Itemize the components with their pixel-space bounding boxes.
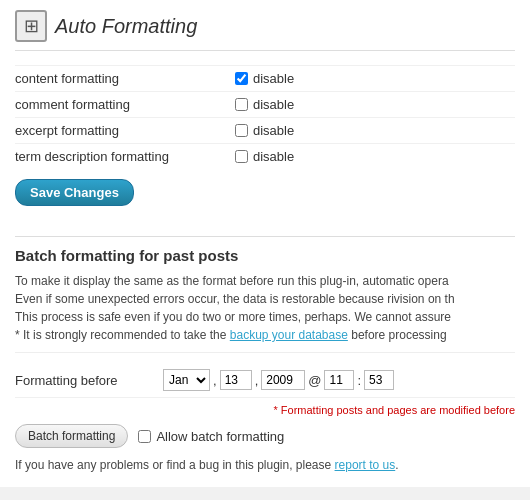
- formatting-before-row: Formatting before JanFebMarApr MayJunJul…: [15, 363, 515, 398]
- batch-desc-line2: Even if some unexpected errors occur, th…: [15, 292, 455, 306]
- footer-text: If you have any problems or find a bug i…: [15, 458, 331, 472]
- formatting-note: * Formatting posts and pages are modifie…: [15, 404, 515, 416]
- date-inputs: JanFebMarApr MayJunJulAug SepOctNovDec ,…: [163, 369, 394, 391]
- at-label: @: [308, 373, 321, 388]
- term-description-formatting-label: term description formatting: [15, 149, 235, 164]
- title-icon: ⊞: [15, 10, 47, 42]
- save-changes-button[interactable]: Save Changes: [15, 179, 134, 206]
- comment-formatting-row: comment formatting disable: [15, 91, 515, 117]
- batch-desc-end: before processing: [351, 328, 446, 342]
- formatting-before-label: Formatting before: [15, 373, 155, 388]
- footer-period: .: [395, 458, 398, 472]
- colon-separator: :: [357, 373, 361, 388]
- allow-batch-label[interactable]: Allow batch formatting: [138, 429, 284, 444]
- comment-formatting-control: disable: [235, 97, 294, 112]
- comment-formatting-label: comment formatting: [15, 97, 235, 112]
- section-divider: [15, 236, 515, 237]
- year-separator: ,: [255, 373, 259, 388]
- excerpt-formatting-checkbox[interactable]: [235, 124, 248, 137]
- term-description-formatting-row: term description formatting disable: [15, 143, 515, 169]
- allow-batch-checkbox[interactable]: [138, 430, 151, 443]
- year-input[interactable]: [261, 370, 305, 390]
- main-container: ⊞ Auto Formatting content formatting dis…: [0, 0, 530, 487]
- batch-actions: Batch formatting Allow batch formatting: [15, 424, 515, 448]
- backup-database-link[interactable]: backup your database: [230, 328, 348, 342]
- batch-formatting-button[interactable]: Batch formatting: [15, 424, 128, 448]
- batch-section: Batch formatting for past posts To make …: [15, 247, 515, 472]
- excerpt-formatting-row: excerpt formatting disable: [15, 117, 515, 143]
- formatting-options: content formatting disable comment forma…: [15, 65, 515, 169]
- save-button-container: Save Changes: [15, 179, 515, 224]
- minute-input[interactable]: [364, 370, 394, 390]
- content-disable-label: disable: [253, 71, 294, 86]
- term-description-disable-label: disable: [253, 149, 294, 164]
- batch-desc-line3: This process is safe even if you do two …: [15, 310, 451, 324]
- comment-disable-label: disable: [253, 97, 294, 112]
- content-formatting-row: content formatting disable: [15, 65, 515, 91]
- footer-note: If you have any problems or find a bug i…: [15, 458, 515, 472]
- batch-desc-line4-pre: * It is strongly recommended to take the: [15, 328, 226, 342]
- batch-desc-line1: To make it display the same as the forma…: [15, 274, 449, 288]
- comma-separator: ,: [213, 373, 217, 388]
- page-title: Auto Formatting: [55, 15, 197, 38]
- content-formatting-control: disable: [235, 71, 294, 86]
- day-input[interactable]: [220, 370, 252, 390]
- batch-title: Batch formatting for past posts: [15, 247, 515, 264]
- excerpt-formatting-control: disable: [235, 123, 294, 138]
- allow-batch-text: Allow batch formatting: [156, 429, 284, 444]
- page-header: ⊞ Auto Formatting: [15, 10, 515, 51]
- comment-formatting-checkbox[interactable]: [235, 98, 248, 111]
- term-description-formatting-checkbox[interactable]: [235, 150, 248, 163]
- report-link[interactable]: report to us: [335, 458, 396, 472]
- excerpt-formatting-label: excerpt formatting: [15, 123, 235, 138]
- content-formatting-label: content formatting: [15, 71, 235, 86]
- term-description-formatting-control: disable: [235, 149, 294, 164]
- content-formatting-checkbox[interactable]: [235, 72, 248, 85]
- hour-input[interactable]: [324, 370, 354, 390]
- excerpt-disable-label: disable: [253, 123, 294, 138]
- batch-description: To make it display the same as the forma…: [15, 272, 515, 353]
- month-select[interactable]: JanFebMarApr MayJunJulAug SepOctNovDec: [163, 369, 210, 391]
